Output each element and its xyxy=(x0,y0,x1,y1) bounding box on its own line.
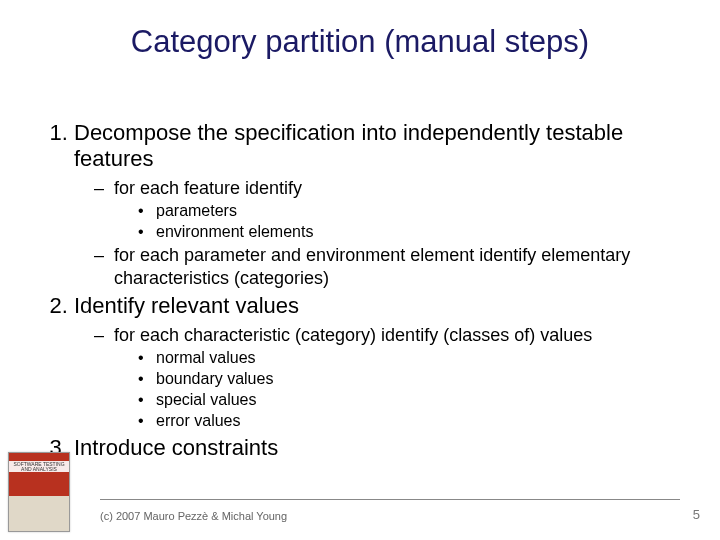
slide: Category partition (manual steps) Decomp… xyxy=(0,0,720,540)
footer-divider xyxy=(100,499,680,500)
main-list: Decompose the specification into indepen… xyxy=(40,120,680,462)
slide-body: Decompose the specification into indepen… xyxy=(40,120,680,466)
book-cover-label: SOFTWARE TESTING AND ANALYSIS xyxy=(9,461,69,472)
item-text: Decompose the specification into indepen… xyxy=(74,120,623,171)
item-text: for each characteristic (category) ident… xyxy=(114,325,592,345)
list-item: for each feature identify parameters env… xyxy=(94,177,680,243)
book-cover-icon: SOFTWARE TESTING AND ANALYSIS xyxy=(8,452,70,532)
list-item: error values xyxy=(138,411,680,431)
sub-list: for each characteristic (category) ident… xyxy=(74,324,680,432)
list-item: Identify relevant values for each charac… xyxy=(74,293,680,431)
list-item: for each characteristic (category) ident… xyxy=(94,324,680,432)
copyright-text: (c) 2007 Mauro Pezzè & Michal Young xyxy=(100,510,287,522)
slide-title: Category partition (manual steps) xyxy=(0,24,720,60)
bullet-list: normal values boundary values special va… xyxy=(114,348,680,431)
item-text: Introduce constraints xyxy=(74,435,278,460)
item-text: for each feature identify xyxy=(114,178,302,198)
list-item: environment elements xyxy=(138,222,680,242)
list-item: Decompose the specification into indepen… xyxy=(74,120,680,289)
item-text: Identify relevant values xyxy=(74,293,299,318)
item-text: for each parameter and environment eleme… xyxy=(114,245,630,288)
list-item: normal values xyxy=(138,348,680,368)
list-item: Introduce constraints xyxy=(74,435,680,461)
list-item: for each parameter and environment eleme… xyxy=(94,244,680,289)
list-item: boundary values xyxy=(138,369,680,389)
list-item: special values xyxy=(138,390,680,410)
bullet-list: parameters environment elements xyxy=(114,201,680,242)
page-number: 5 xyxy=(693,507,700,522)
list-item: parameters xyxy=(138,201,680,221)
sub-list: for each feature identify parameters env… xyxy=(74,177,680,290)
